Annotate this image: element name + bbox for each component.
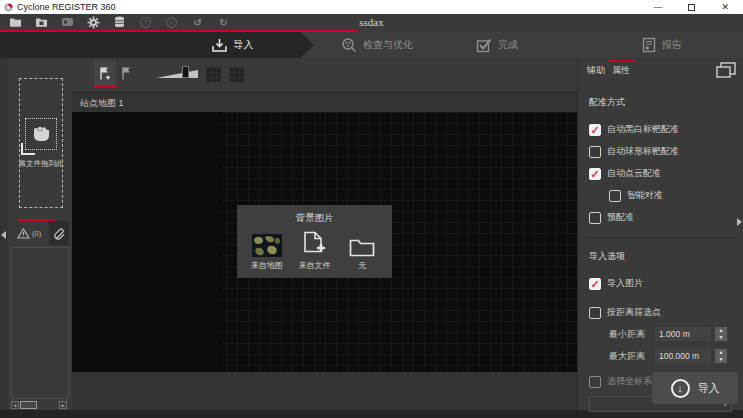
checkbox-row-smart-align[interactable]: 智能对准 xyxy=(609,189,732,202)
bg-option-from-file[interactable]: 来自文件 xyxy=(291,230,337,271)
checkbox-row-sphere-target[interactable]: 自动球形标靶配准 xyxy=(589,145,732,158)
section-divider xyxy=(585,237,736,238)
tab-assist[interactable]: 辅助 xyxy=(587,64,605,77)
review-magnifier-icon xyxy=(341,37,357,53)
storage-card-icon[interactable] xyxy=(61,16,74,29)
import-download-icon xyxy=(211,38,228,53)
center-area: 站点地图 1 背景图片 来自地图 来自文 xyxy=(72,58,577,410)
stepper-up-icon: ▲ xyxy=(715,349,727,356)
checkbox-row-filter-distance[interactable]: 按距离筛选点 xyxy=(589,306,732,319)
warning-count: (0) xyxy=(32,229,41,238)
min-distance-row: 最小距离 1.000 m ▲ ▼ xyxy=(609,327,732,341)
flag-icon xyxy=(120,66,134,81)
sitemap-toolbar xyxy=(72,58,577,92)
database-icon[interactable] xyxy=(113,16,126,29)
stepper-up-icon: ▲ xyxy=(715,327,727,334)
maximize-button[interactable] xyxy=(688,4,695,11)
tab-report[interactable]: 报告 xyxy=(580,32,743,58)
checkbox-checked-icon[interactable]: ✓ xyxy=(589,124,601,136)
scroll-right-icon[interactable]: ▸ xyxy=(59,401,67,409)
file-plus-icon xyxy=(303,230,325,257)
max-distance-label: 最大距离 xyxy=(609,350,655,363)
sitemap-title-bar: 站点地图 1 xyxy=(72,92,577,112)
max-distance-input[interactable]: 100.000 m xyxy=(655,349,711,363)
checkbox-unchecked-icon[interactable] xyxy=(589,146,601,158)
min-distance-input[interactable]: 1.000 m xyxy=(655,327,711,341)
stepper-down-icon: ▼ xyxy=(715,356,727,363)
checkbox-unchecked-icon[interactable] xyxy=(589,307,601,319)
finalize-check-icon xyxy=(476,38,492,53)
dropzone-label: 将文件拖到此 xyxy=(19,159,64,169)
titlebar: Cyclone REGISTER 360 — ✕ xyxy=(0,0,743,14)
max-distance-row: 最大距离 100.000 m ▲ ▼ xyxy=(609,349,732,363)
sitemap-tab-flag[interactable] xyxy=(116,61,138,86)
folder-icon xyxy=(349,230,375,257)
paperclip-icon xyxy=(53,227,65,240)
flag-add-icon xyxy=(98,66,112,81)
tab-review-optimize[interactable]: 检查与优化 xyxy=(300,32,454,58)
warnings-tab[interactable]: (0) xyxy=(13,225,45,242)
sitemap-canvas[interactable]: 背景图片 来自地图 来自文件 xyxy=(72,112,577,372)
slider-track xyxy=(156,70,198,78)
import-download-circle-icon: ↓ xyxy=(671,379,690,398)
attachments-tab[interactable] xyxy=(49,221,69,245)
checkbox-row-import-images[interactable]: ✓ 导入图片 xyxy=(589,277,732,290)
help-icon[interactable]: ? xyxy=(139,16,152,29)
file-list[interactable] xyxy=(11,247,69,399)
background-image-dialog: 背景图片 来自地图 来自文件 xyxy=(237,205,392,278)
bg-option-from-map[interactable]: 来自地图 xyxy=(244,230,290,271)
point-size-slider[interactable] xyxy=(156,68,198,80)
checkbox-unchecked-icon[interactable] xyxy=(609,190,621,202)
properties-panel: 辅助 属性 配准方式 ✓ 自动黑白标靶配准 自动球形标靶配准 ✓ 自动点云配准 xyxy=(577,58,743,410)
scroll-left-icon[interactable]: ◂ xyxy=(11,401,19,409)
stepper-down-icon: ▼ xyxy=(715,334,727,341)
left-edge-strip xyxy=(0,58,8,410)
minimize-button[interactable]: — xyxy=(653,0,662,14)
report-document-icon xyxy=(642,37,656,53)
file-dropzone[interactable]: 将文件拖到此 xyxy=(19,78,63,208)
import-project-icon[interactable] xyxy=(35,16,48,29)
tab-finalize[interactable]: 完成 xyxy=(440,32,594,58)
sitemap-label: 站点地图 1 xyxy=(80,98,124,108)
registration-section-title: 配准方式 xyxy=(589,96,732,109)
import-button[interactable]: ↓ 导入 xyxy=(652,372,738,404)
slider-thumb[interactable] xyxy=(182,66,189,78)
checkbox-checked-icon[interactable]: ✓ xyxy=(589,168,601,180)
checkbox-unchecked-icon[interactable] xyxy=(589,376,601,388)
canvas-blank-region xyxy=(72,112,222,372)
sitemap-tab-add[interactable] xyxy=(94,61,116,86)
close-button[interactable]: ✕ xyxy=(721,0,729,14)
panel-layout-icon[interactable] xyxy=(716,62,736,82)
file-sidebar: 将文件拖到此 (0) ◂ ▸ xyxy=(8,58,72,410)
info-icon[interactable]: i xyxy=(165,16,178,29)
grid-toggle-button[interactable] xyxy=(206,67,221,82)
max-distance-stepper[interactable]: ▲ ▼ xyxy=(715,349,727,363)
open-project-icon[interactable] xyxy=(9,16,22,29)
window-title: Cyclone REGISTER 360 xyxy=(17,0,116,14)
redo-icon[interactable]: ↻ xyxy=(217,16,230,29)
undo-icon[interactable]: ↺ xyxy=(191,16,204,29)
expand-panel-arrow-icon[interactable] xyxy=(737,218,742,226)
checkbox-row-pre-registration[interactable]: 预配准 xyxy=(589,211,732,224)
import-options-section-title: 导入选项 xyxy=(589,250,732,263)
checkbox-checked-icon[interactable]: ✓ xyxy=(589,278,601,290)
app-logo-icon xyxy=(4,3,13,12)
toolbar: ? i ↺ ↻ ssdax xyxy=(0,14,743,32)
collapse-sidebar-arrow-icon[interactable] xyxy=(1,231,6,239)
min-distance-stepper[interactable]: ▲ ▼ xyxy=(715,327,727,341)
view-options-button[interactable] xyxy=(229,67,244,82)
tab-properties[interactable]: 属性 xyxy=(612,64,630,77)
checkbox-unchecked-icon[interactable] xyxy=(589,212,601,224)
bg-option-none[interactable]: 无 xyxy=(339,230,385,271)
checkbox-row-cloud-to-cloud[interactable]: ✓ 自动点云配准 xyxy=(589,167,732,180)
checkbox-row-bw-target[interactable]: ✓ 自动黑白标靶配准 xyxy=(589,123,732,136)
canvas-lower-area xyxy=(72,372,577,410)
settings-gear-icon[interactable] xyxy=(87,16,100,29)
tab-import[interactable]: 导入 xyxy=(0,32,314,58)
selected-tab-accent xyxy=(609,60,635,62)
drag-hand-icon xyxy=(25,118,57,150)
sidebar-scrollbar[interactable]: ◂ ▸ xyxy=(11,401,69,409)
scrollbar-thumb[interactable] xyxy=(20,401,37,409)
warning-triangle-icon xyxy=(17,228,30,239)
dialog-title: 背景图片 xyxy=(237,212,392,225)
